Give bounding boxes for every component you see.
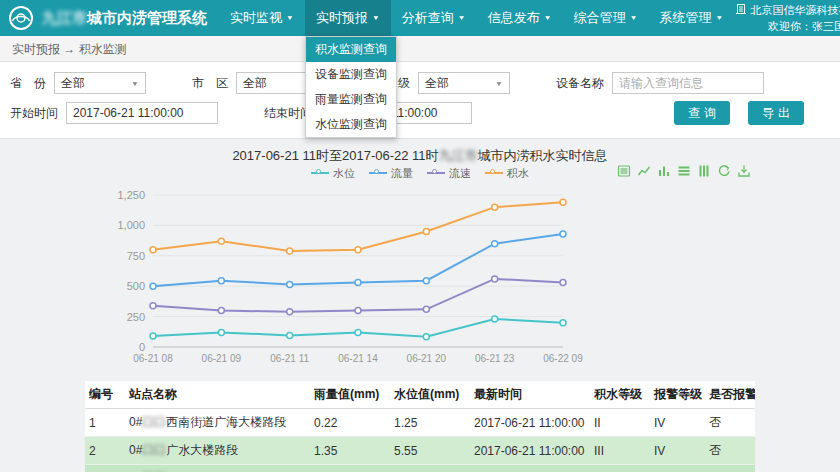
text-part: 西南街道广海大楼路段 — [166, 415, 286, 429]
county-select[interactable]: 全部 ▼ — [418, 72, 510, 94]
menu-item-label: 信息发布 — [488, 9, 540, 27]
table-body: 10#口口西南街道广海大楼路段0.221.252017-06-21 11:00:… — [85, 409, 755, 472]
text-part-redacted: 九江市 — [42, 9, 87, 26]
text-part: 广水大楼路段 — [166, 443, 238, 457]
text-part: 城市内涝积水实时信息 — [478, 148, 608, 163]
start-time-group: 开始时间 — [10, 102, 218, 124]
text-part-redacted: 口口 — [142, 415, 166, 429]
device-label: 设备名称 — [556, 75, 604, 92]
table-header-cell: 水位值(mm) — [390, 381, 470, 409]
chevron-down-icon: ▼ — [372, 14, 380, 21]
legend-dot-icon — [374, 169, 379, 174]
menu-item-label: 综合管理 — [574, 9, 626, 27]
company-line: 北京国信华源科技有限公司 — [735, 3, 840, 19]
text-part: 0# — [129, 415, 142, 429]
menu-item-label: 分析查询 — [402, 9, 454, 27]
svg-text:06-21 20: 06-21 20 — [407, 353, 447, 364]
text-part-redacted: 九江市 — [439, 148, 478, 163]
text-part: 0# — [129, 443, 142, 457]
cell-alarm-level: IV — [650, 437, 705, 465]
toolbox-data-view-icon[interactable] — [617, 164, 631, 178]
legend-line-icon — [427, 172, 445, 174]
menu-item-analysis-query[interactable]: 分析查询▼ — [391, 0, 477, 36]
svg-text:06-21 08: 06-21 08 — [133, 353, 173, 364]
menu-item-comprehensive-mgmt[interactable]: 综合管理▼ — [563, 0, 649, 36]
chevron-down-icon: ▼ — [544, 14, 552, 21]
toolbox-restore-icon[interactable] — [717, 164, 731, 178]
cell-latest-time: 2017-06-21 11:00:00 — [470, 437, 590, 465]
data-table: 编号站点名称雨量值(mm)水位值(mm)最新时间积水等级报警等级是否报警 10#… — [85, 381, 755, 472]
chevron-down-icon: ▼ — [286, 14, 294, 21]
svg-text:500: 500 — [127, 280, 145, 292]
cell-water-level: III — [590, 437, 650, 465]
dropdown-item-rainfall-monitor-query[interactable]: 雨量监测查询 — [306, 87, 396, 112]
breadcrumb: 实时预报 → 积水监测 — [0, 36, 840, 62]
table-header-cell: 编号 — [85, 381, 125, 409]
table-header-cell: 最新时间 — [470, 381, 590, 409]
dropdown-item-device-monitor-query[interactable]: 设备监测查询 — [306, 62, 396, 87]
chevron-down-icon: ▼ — [131, 79, 139, 86]
nav-left: 九江市城市内涝管理系统 实时监视▼实时预报▼分析查询▼信息发布▼综合管理▼系统管… — [0, 0, 735, 36]
legend-item-水位[interactable]: 水位 — [311, 166, 355, 181]
top-nav: 九江市城市内涝管理系统 实时监视▼实时预报▼分析查询▼信息发布▼综合管理▼系统管… — [0, 0, 840, 36]
table-header-row: 编号站点名称雨量值(mm)水位值(mm)最新时间积水等级报警等级是否报警 — [85, 381, 755, 409]
cell-water-value: 1.25 — [390, 409, 470, 437]
legend-item-流量[interactable]: 流量 — [369, 166, 413, 181]
cell-no: 2 — [85, 437, 125, 465]
nav-right: 北京国信华源科技有限公司 欢迎你：张三国 ▼ ⚙ — [735, 0, 840, 36]
toolbox-line-chart-icon[interactable] — [637, 164, 651, 178]
svg-text:06-21 09: 06-21 09 — [202, 353, 242, 364]
device-name-input[interactable] — [612, 72, 764, 94]
start-time-input[interactable] — [66, 102, 218, 124]
app-logo-icon — [8, 5, 34, 31]
table-row: 20#口口广水大楼路段1.355.552017-06-21 11:00:00II… — [85, 437, 755, 465]
table-header-cell: 报警等级 — [650, 381, 705, 409]
cell-alarm-level: IV — [650, 465, 705, 472]
toolbox-bar-chart-icon[interactable] — [657, 164, 671, 178]
menu-item-label: 系统管理 — [660, 9, 712, 27]
cell-latest-time: 2017-06-21 11:00:00 — [470, 409, 590, 437]
table-header-cell: 是否报警 — [705, 381, 755, 409]
svg-text:06-22 09: 06-22 09 — [543, 353, 583, 364]
province-select[interactable]: 全部 ▼ — [54, 72, 146, 94]
cell-latest-time: 2017-06-21 11:00:00 — [470, 465, 590, 472]
menu-item-label: 实时监视 — [230, 9, 282, 27]
export-button[interactable]: 导出 — [748, 101, 804, 125]
table-header-cell: 站点名称 — [125, 381, 310, 409]
legend-item-流速[interactable]: 流速 — [427, 166, 471, 181]
chevron-down-icon: ▼ — [495, 79, 503, 86]
legend-item-积水[interactable]: 积水 — [485, 166, 529, 181]
svg-text:1,000: 1,000 — [117, 219, 145, 231]
legend-line-icon — [369, 172, 387, 174]
cell-alarm-level: IV — [650, 409, 705, 437]
cell-no: 1 — [85, 409, 125, 437]
dropdown-item-water-accumulation-query[interactable]: 积水监测查询 — [306, 37, 396, 62]
cell-rain-value: 2.35 — [310, 465, 390, 472]
legend-line-icon — [311, 172, 329, 174]
query-button[interactable]: 查询 — [674, 101, 730, 125]
province-select-value: 全部 — [61, 75, 85, 92]
legend-line-icon — [485, 172, 503, 174]
city-select-value: 全部 — [243, 75, 267, 92]
cell-water-level: III — [590, 465, 650, 472]
toolbox-save-image-icon[interactable] — [737, 164, 751, 178]
filter-row-1: 省 份 全部 ▼ 市 区 全部 ▼ 县 级 全部 ▼ 设备名称 — [10, 68, 830, 98]
cell-water-value: 5.55 — [390, 437, 470, 465]
cell-rain-value: 1.35 — [310, 437, 390, 465]
user-welcome[interactable]: 欢迎你：张三国 — [768, 19, 840, 34]
menu-item-system-mgmt[interactable]: 系统管理▼ — [649, 0, 735, 36]
app-title: 九江市城市内涝管理系统 — [42, 9, 207, 28]
city-label: 市 区 — [192, 75, 228, 92]
toolbox-stack-icon[interactable] — [677, 164, 691, 178]
chart-head: 水位流量流速积水 — [85, 163, 755, 183]
toolbox-tiled-icon[interactable] — [697, 164, 711, 178]
menu-item-info-publish[interactable]: 信息发布▼ — [477, 0, 563, 36]
menu-item-realtime-monitor[interactable]: 实时监视▼ — [219, 0, 305, 36]
chevron-down-icon: ▼ — [458, 14, 466, 21]
legend-label: 水位 — [333, 166, 355, 181]
table-header-cell: 积水等级 — [590, 381, 650, 409]
menu-item-realtime-forecast[interactable]: 实时预报▼ — [305, 0, 391, 36]
action-buttons: 查询 导出 — [674, 101, 804, 125]
legend-dot-icon — [316, 169, 321, 174]
dropdown-item-waterlevel-monitor-query[interactable]: 水位监测查询 — [306, 112, 396, 137]
